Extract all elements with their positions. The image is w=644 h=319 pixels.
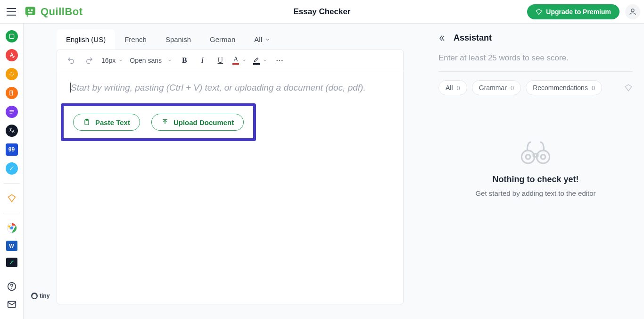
pill-count: 0 — [457, 84, 460, 92]
more-button[interactable] — [274, 55, 285, 66]
upgrade-button[interactable]: Upgrade to Premium — [527, 4, 619, 19]
collapse-assistant-button[interactable] — [438, 34, 447, 42]
language-tabs: English (US) French Spanish German All — [57, 29, 404, 50]
grammar-icon[interactable] — [6, 49, 18, 61]
menu-toggle[interactable] — [4, 4, 19, 19]
tool-sidebar: 99 W — [0, 24, 24, 319]
redo-button[interactable] — [83, 55, 95, 66]
citation-icon[interactable]: 99 — [6, 143, 18, 156]
chrome-icon[interactable] — [6, 222, 18, 234]
chevron-down-icon — [242, 58, 247, 63]
chevron-down-icon — [263, 58, 267, 63]
empty-title: Nothing to check yet! — [438, 175, 633, 185]
mail-icon[interactable] — [7, 299, 17, 310]
hamburger-icon — [7, 8, 16, 16]
font-size-value: 16px — [101, 57, 116, 64]
text-color-select[interactable]: A — [232, 56, 247, 65]
font-family-value: Open sans — [130, 57, 162, 64]
pill-recommendations[interactable]: Recommendations0 — [526, 80, 602, 95]
paste-label: Paste Text — [95, 118, 130, 126]
svg-point-6 — [9, 72, 13, 76]
editor-placeholder[interactable]: Start by writing, pasting (Ctrl + V) tex… — [70, 83, 390, 93]
svg-rect-21 — [533, 154, 538, 157]
empty-subtitle: Get started by adding text to the editor — [438, 189, 633, 197]
diamond-icon — [536, 8, 542, 15]
premium-filter-icon[interactable] — [624, 84, 633, 92]
plagiarism-icon[interactable] — [6, 68, 18, 80]
pill-label: All — [446, 84, 453, 92]
translator-icon[interactable] — [6, 125, 18, 137]
svg-point-2 — [31, 9, 33, 11]
svg-rect-5 — [9, 34, 14, 38]
chevron-down-icon — [265, 37, 271, 42]
cowriter-icon[interactable] — [6, 87, 18, 99]
chevron-down-icon — [118, 58, 123, 63]
help-icon[interactable] — [7, 281, 17, 292]
editor-card: 16px Open sans B I U A — [57, 50, 404, 304]
svg-point-9 — [10, 226, 14, 230]
assistant-hint: Enter at least 25 words to see score. — [438, 53, 633, 63]
input-actions-highlight: Paste Text Upload Document — [61, 103, 256, 141]
assistant-title: Assistant — [454, 33, 492, 43]
flow-icon[interactable] — [6, 162, 18, 175]
svg-rect-3 — [28, 12, 33, 13]
svg-rect-0 — [25, 7, 35, 15]
pill-label: Recommendations — [533, 84, 588, 92]
svg-point-13 — [279, 60, 281, 61]
pill-count: 0 — [511, 84, 514, 92]
brand-name: QuillBot — [41, 6, 83, 18]
bold-button[interactable]: B — [179, 55, 190, 66]
tab-spanish[interactable]: Spanish — [156, 29, 200, 50]
svg-point-4 — [631, 9, 634, 12]
svg-point-17 — [521, 151, 534, 163]
quillbot-icon — [25, 5, 38, 18]
sidebar-divider — [3, 213, 19, 213]
svg-point-20 — [541, 155, 545, 160]
svg-point-1 — [28, 9, 30, 11]
summarizer-icon[interactable] — [6, 106, 18, 118]
tiny-badge: ⬤tiny — [31, 293, 50, 299]
svg-point-18 — [537, 151, 549, 163]
tab-german[interactable]: German — [200, 29, 245, 50]
assistant-panel: Assistant Enter at least 25 words to see… — [422, 24, 644, 319]
highlight-select[interactable] — [253, 56, 267, 65]
word-icon[interactable]: W — [6, 241, 17, 251]
font-size-select[interactable]: 16px — [101, 57, 123, 64]
font-family-select[interactable]: Open sans — [130, 57, 172, 64]
clipboard-icon — [83, 118, 91, 126]
brand-logo[interactable]: QuillBot — [25, 5, 83, 18]
editor-toolbar: 16px Open sans B I U A — [57, 50, 403, 71]
divider — [438, 71, 633, 72]
pill-grammar[interactable]: Grammar0 — [472, 80, 521, 95]
tiny-label: tiny — [40, 293, 50, 299]
pill-label: Grammar — [479, 84, 507, 92]
svg-point-19 — [526, 155, 530, 160]
upload-document-button[interactable]: Upload Document — [151, 114, 244, 131]
upload-label: Upload Document — [173, 118, 234, 126]
paraphraser-icon[interactable] — [6, 30, 18, 42]
premium-icon[interactable] — [6, 192, 18, 204]
tab-french[interactable]: French — [115, 29, 156, 50]
pill-count: 0 — [592, 84, 595, 92]
upload-icon — [161, 118, 169, 126]
sidebar-divider — [3, 183, 19, 184]
underline-button[interactable]: U — [215, 55, 226, 66]
italic-button[interactable]: I — [197, 55, 208, 66]
account-avatar[interactable] — [625, 4, 640, 19]
pill-all[interactable]: All0 — [438, 80, 467, 95]
undo-button[interactable] — [66, 55, 77, 66]
filter-label: All — [254, 35, 262, 43]
svg-point-12 — [277, 60, 278, 61]
upgrade-label: Upgrade to Premium — [546, 8, 611, 16]
page-title: Essay Checker — [294, 7, 351, 17]
person-icon — [628, 8, 637, 16]
binoculars-icon — [438, 138, 633, 166]
svg-point-14 — [281, 60, 283, 61]
tab-english[interactable]: English (US) — [57, 29, 115, 50]
paste-text-button[interactable]: Paste Text — [73, 114, 140, 131]
desktop-app-icon[interactable] — [6, 258, 17, 267]
chevron-down-icon — [167, 58, 172, 63]
filter-dropdown[interactable]: All — [254, 35, 271, 43]
